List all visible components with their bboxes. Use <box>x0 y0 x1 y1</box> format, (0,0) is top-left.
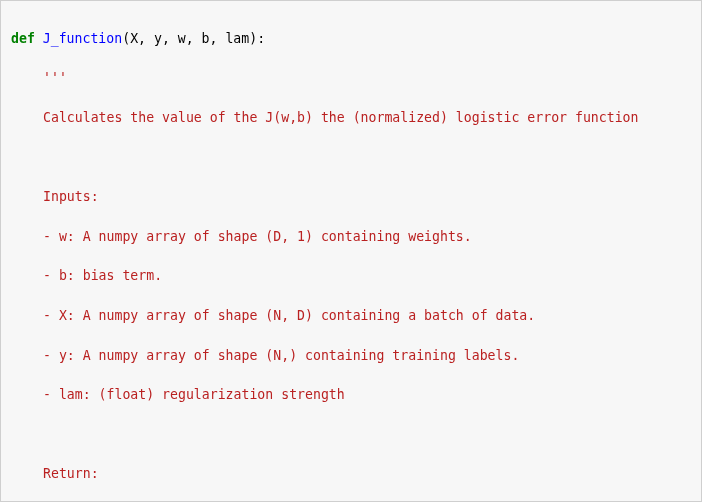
code-line-blank <box>11 148 701 168</box>
docstring-open: ''' <box>43 70 67 85</box>
signature: (X, y, w, b, lam): <box>122 31 265 46</box>
docstring-text: - X: A numpy array of shape (N, D) conta… <box>43 308 535 323</box>
docstring-text: - b: bias term. <box>43 268 162 283</box>
docstring-text: Inputs: <box>43 189 99 204</box>
docstring-text: - w: A numpy array of shape (D, 1) conta… <box>43 229 472 244</box>
code-cell[interactable]: def J_function(X, y, w, b, lam): ''' Cal… <box>0 0 702 502</box>
docstring-text: - lam: (float) regularization strength <box>43 387 345 402</box>
docstring-text: Calculates the value of the J(w,b) the (… <box>43 110 638 125</box>
code-line-doc: - w: A numpy array of shape (D, 1) conta… <box>11 227 701 247</box>
code-line-doc: - X: A numpy array of shape (N, D) conta… <box>11 306 701 326</box>
code-line-doc: - b: bias term. <box>11 266 701 286</box>
docstring-text: - y: A numpy array of shape (N,) contain… <box>43 348 519 363</box>
code-line-doc: - y: A numpy array of shape (N,) contain… <box>11 346 701 366</box>
code-line-doc: Inputs: <box>11 187 701 207</box>
code-line-blank <box>11 425 701 445</box>
function-name: J_function <box>43 31 122 46</box>
code-line-doc: - lam: (float) regularization strength <box>11 385 701 405</box>
code-line-doc: Calculates the value of the J(w,b) the (… <box>11 108 701 128</box>
code-line-doc-open: ''' <box>11 68 701 88</box>
code-line-doc: Return: <box>11 464 701 484</box>
keyword-def: def <box>11 31 35 46</box>
code-line-def: def J_function(X, y, w, b, lam): <box>11 29 701 49</box>
docstring-text: Return: <box>43 466 99 481</box>
